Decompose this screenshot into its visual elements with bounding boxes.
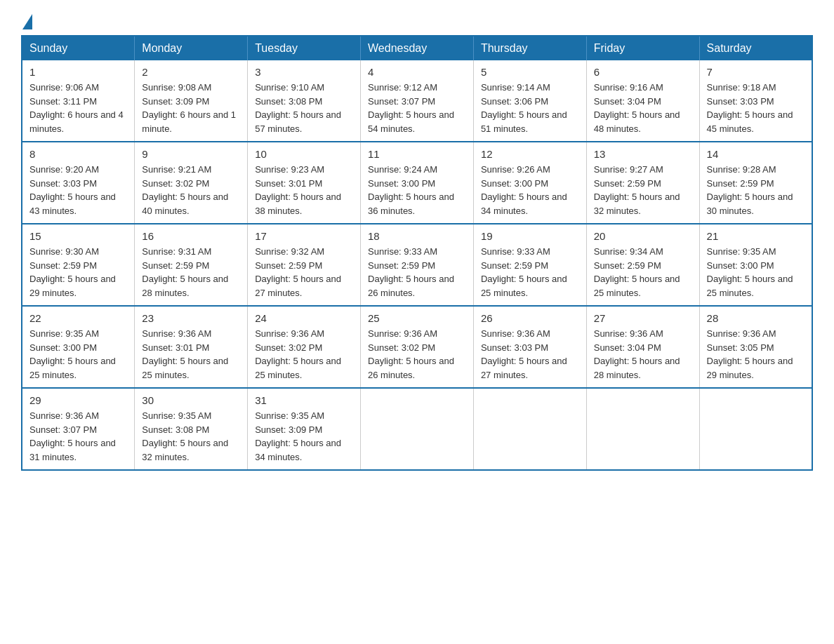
day-info: Sunrise: 9:26 AM Sunset: 3:00 PM Dayligh… — [481, 163, 579, 217]
calendar-cell — [699, 388, 812, 470]
day-number: 1 — [29, 66, 127, 78]
day-number: 6 — [594, 66, 692, 78]
day-number: 5 — [481, 66, 579, 78]
day-info: Sunrise: 9:36 AM Sunset: 3:07 PM Dayligh… — [29, 409, 127, 464]
calendar-cell: 30 Sunrise: 9:35 AM Sunset: 3:08 PM Dayl… — [135, 388, 248, 470]
calendar-cell: 23 Sunrise: 9:36 AM Sunset: 3:01 PM Dayl… — [135, 306, 248, 388]
day-number: 8 — [29, 148, 127, 160]
day-info: Sunrise: 9:12 AM Sunset: 3:07 PM Dayligh… — [368, 81, 466, 135]
calendar-cell: 11 Sunrise: 9:24 AM Sunset: 3:00 PM Dayl… — [361, 142, 474, 224]
calendar-cell: 29 Sunrise: 9:36 AM Sunset: 3:07 PM Dayl… — [22, 388, 135, 470]
calendar-week-row: 8 Sunrise: 9:20 AM Sunset: 3:03 PM Dayli… — [22, 142, 812, 224]
calendar-cell: 27 Sunrise: 9:36 AM Sunset: 3:04 PM Dayl… — [586, 306, 699, 388]
day-info: Sunrise: 9:21 AM Sunset: 3:02 PM Dayligh… — [142, 163, 240, 217]
calendar-cell: 17 Sunrise: 9:32 AM Sunset: 2:59 PM Dayl… — [248, 224, 361, 306]
calendar-cell: 24 Sunrise: 9:36 AM Sunset: 3:02 PM Dayl… — [248, 306, 361, 388]
day-info: Sunrise: 9:36 AM Sunset: 3:05 PM Dayligh… — [707, 327, 805, 382]
day-number: 21 — [707, 230, 805, 242]
calendar-cell: 9 Sunrise: 9:21 AM Sunset: 3:02 PM Dayli… — [135, 142, 248, 224]
day-info: Sunrise: 9:36 AM Sunset: 3:03 PM Dayligh… — [481, 327, 579, 382]
day-number: 30 — [142, 394, 240, 406]
day-number: 4 — [368, 66, 466, 78]
calendar-header-row: SundayMondayTuesdayWednesdayThursdayFrid… — [22, 36, 812, 60]
day-info: Sunrise: 9:35 AM Sunset: 3:09 PM Dayligh… — [255, 409, 353, 464]
weekday-header-friday: Friday — [586, 36, 699, 60]
day-number: 11 — [368, 148, 466, 160]
day-info: Sunrise: 9:20 AM Sunset: 3:03 PM Dayligh… — [29, 163, 127, 217]
day-number: 7 — [707, 66, 805, 78]
day-number: 2 — [142, 66, 240, 78]
logo — [21, 14, 32, 21]
calendar-cell: 28 Sunrise: 9:36 AM Sunset: 3:05 PM Dayl… — [699, 306, 812, 388]
day-number: 13 — [594, 148, 692, 160]
day-number: 3 — [255, 66, 353, 78]
calendar-cell: 22 Sunrise: 9:35 AM Sunset: 3:00 PM Dayl… — [22, 306, 135, 388]
day-info: Sunrise: 9:06 AM Sunset: 3:11 PM Dayligh… — [29, 81, 127, 135]
calendar-cell: 10 Sunrise: 9:23 AM Sunset: 3:01 PM Dayl… — [248, 142, 361, 224]
weekday-header-sunday: Sunday — [22, 36, 135, 60]
day-info: Sunrise: 9:28 AM Sunset: 2:59 PM Dayligh… — [707, 163, 805, 217]
calendar-cell: 19 Sunrise: 9:33 AM Sunset: 2:59 PM Dayl… — [473, 224, 586, 306]
day-number: 24 — [255, 312, 353, 324]
calendar-cell: 16 Sunrise: 9:31 AM Sunset: 2:59 PM Dayl… — [135, 224, 248, 306]
weekday-header-wednesday: Wednesday — [361, 36, 474, 60]
calendar-week-row: 15 Sunrise: 9:30 AM Sunset: 2:59 PM Dayl… — [22, 224, 812, 306]
logo-triangle-icon — [22, 14, 32, 29]
calendar-cell: 3 Sunrise: 9:10 AM Sunset: 3:08 PM Dayli… — [248, 60, 361, 142]
day-info: Sunrise: 9:33 AM Sunset: 2:59 PM Dayligh… — [368, 245, 466, 300]
day-number: 22 — [29, 312, 127, 324]
calendar-cell: 25 Sunrise: 9:36 AM Sunset: 3:02 PM Dayl… — [361, 306, 474, 388]
calendar-cell: 6 Sunrise: 9:16 AM Sunset: 3:04 PM Dayli… — [586, 60, 699, 142]
calendar-cell: 15 Sunrise: 9:30 AM Sunset: 2:59 PM Dayl… — [22, 224, 135, 306]
calendar-cell: 14 Sunrise: 9:28 AM Sunset: 2:59 PM Dayl… — [699, 142, 812, 224]
day-number: 25 — [368, 312, 466, 324]
calendar-cell: 12 Sunrise: 9:26 AM Sunset: 3:00 PM Dayl… — [473, 142, 586, 224]
day-info: Sunrise: 9:30 AM Sunset: 2:59 PM Dayligh… — [29, 245, 127, 300]
day-info: Sunrise: 9:34 AM Sunset: 2:59 PM Dayligh… — [594, 245, 692, 300]
day-info: Sunrise: 9:35 AM Sunset: 3:00 PM Dayligh… — [707, 245, 805, 300]
day-info: Sunrise: 9:36 AM Sunset: 3:02 PM Dayligh… — [368, 327, 466, 382]
calendar-cell: 5 Sunrise: 9:14 AM Sunset: 3:06 PM Dayli… — [473, 60, 586, 142]
weekday-header-saturday: Saturday — [699, 36, 812, 60]
calendar-cell: 18 Sunrise: 9:33 AM Sunset: 2:59 PM Dayl… — [361, 224, 474, 306]
day-info: Sunrise: 9:08 AM Sunset: 3:09 PM Dayligh… — [142, 81, 240, 135]
day-number: 18 — [368, 230, 466, 242]
calendar-cell: 7 Sunrise: 9:18 AM Sunset: 3:03 PM Dayli… — [699, 60, 812, 142]
calendar-week-row: 1 Sunrise: 9:06 AM Sunset: 3:11 PM Dayli… — [22, 60, 812, 142]
weekday-header-monday: Monday — [135, 36, 248, 60]
page-header — [21, 14, 813, 21]
day-number: 23 — [142, 312, 240, 324]
day-info: Sunrise: 9:14 AM Sunset: 3:06 PM Dayligh… — [481, 81, 579, 135]
day-info: Sunrise: 9:35 AM Sunset: 3:00 PM Dayligh… — [29, 327, 127, 382]
day-info: Sunrise: 9:24 AM Sunset: 3:00 PM Dayligh… — [368, 163, 466, 217]
calendar-cell: 31 Sunrise: 9:35 AM Sunset: 3:09 PM Dayl… — [248, 388, 361, 470]
day-info: Sunrise: 9:27 AM Sunset: 2:59 PM Dayligh… — [594, 163, 692, 217]
day-info: Sunrise: 9:36 AM Sunset: 3:04 PM Dayligh… — [594, 327, 692, 382]
day-number: 17 — [255, 230, 353, 242]
day-number: 29 — [29, 394, 127, 406]
calendar-cell: 1 Sunrise: 9:06 AM Sunset: 3:11 PM Dayli… — [22, 60, 135, 142]
day-info: Sunrise: 9:33 AM Sunset: 2:59 PM Dayligh… — [481, 245, 579, 300]
calendar-cell — [586, 388, 699, 470]
day-info: Sunrise: 9:31 AM Sunset: 2:59 PM Dayligh… — [142, 245, 240, 300]
day-info: Sunrise: 9:23 AM Sunset: 3:01 PM Dayligh… — [255, 163, 353, 217]
calendar-cell: 8 Sunrise: 9:20 AM Sunset: 3:03 PM Dayli… — [22, 142, 135, 224]
day-number: 10 — [255, 148, 353, 160]
calendar-cell: 21 Sunrise: 9:35 AM Sunset: 3:00 PM Dayl… — [699, 224, 812, 306]
day-info: Sunrise: 9:18 AM Sunset: 3:03 PM Dayligh… — [707, 81, 805, 135]
calendar-cell — [473, 388, 586, 470]
day-number: 31 — [255, 394, 353, 406]
day-info: Sunrise: 9:35 AM Sunset: 3:08 PM Dayligh… — [142, 409, 240, 464]
day-number: 14 — [707, 148, 805, 160]
day-number: 20 — [594, 230, 692, 242]
day-number: 28 — [707, 312, 805, 324]
weekday-header-tuesday: Tuesday — [248, 36, 361, 60]
calendar-cell: 26 Sunrise: 9:36 AM Sunset: 3:03 PM Dayl… — [473, 306, 586, 388]
day-number: 27 — [594, 312, 692, 324]
day-info: Sunrise: 9:36 AM Sunset: 3:02 PM Dayligh… — [255, 327, 353, 382]
calendar-week-row: 22 Sunrise: 9:35 AM Sunset: 3:00 PM Dayl… — [22, 306, 812, 388]
calendar-cell: 4 Sunrise: 9:12 AM Sunset: 3:07 PM Dayli… — [361, 60, 474, 142]
calendar-cell: 20 Sunrise: 9:34 AM Sunset: 2:59 PM Dayl… — [586, 224, 699, 306]
day-info: Sunrise: 9:16 AM Sunset: 3:04 PM Dayligh… — [594, 81, 692, 135]
day-number: 12 — [481, 148, 579, 160]
